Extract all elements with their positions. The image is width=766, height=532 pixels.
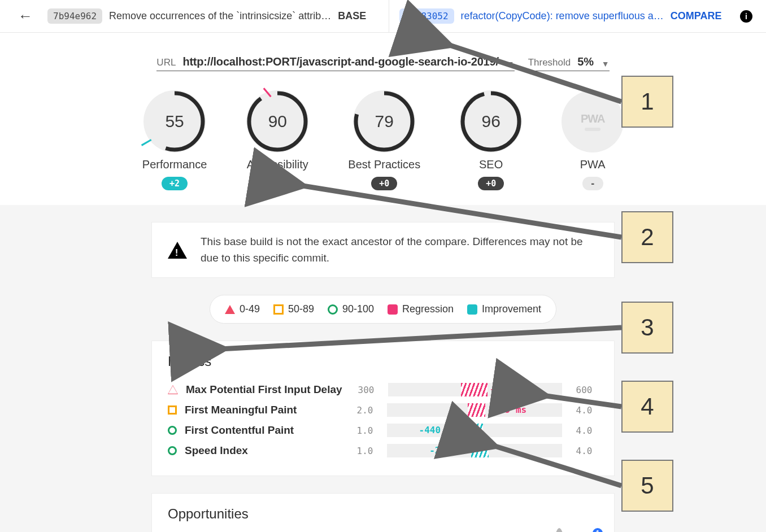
metric-delta-segment	[460, 424, 483, 437]
gauge-delta-badge: +0	[371, 177, 397, 190]
metric-delta-segment	[461, 383, 487, 396]
gauge-delta-badge: -	[582, 177, 603, 190]
metric-bar: -440 ms	[387, 424, 562, 437]
square-icon	[168, 405, 177, 415]
threshold-label: Threshold	[528, 57, 571, 68]
svg-point-1	[249, 93, 306, 150]
triangle-icon	[168, 385, 178, 394]
improvement-swatch	[467, 304, 477, 315]
metric-delta-segment	[468, 403, 485, 417]
legend-0-49: 0-49	[225, 303, 260, 315]
metric-row[interactable]: First Contentful Paint1.0-440 ms4.0	[168, 420, 598, 441]
header-divider	[389, 0, 389, 32]
base-commit-message: Remove occurrences of the `intrinsicsize…	[109, 10, 331, 22]
threshold-value: 5%	[577, 55, 594, 68]
metric-row[interactable]: Max Potential First Input Delay300+56 ms…	[168, 380, 598, 400]
legend-regression: Regression	[388, 303, 454, 315]
opportunities-card: Opportunities Eliminate render-blocking …	[151, 493, 615, 532]
metric-delta-segment	[471, 444, 489, 457]
gauge-delta-badge: +0	[478, 177, 504, 190]
gauge-performance[interactable]: 55┃Performance+2	[142, 90, 207, 190]
controls-row: URL http://localhost:PORT/javascript-and…	[0, 33, 766, 76]
metric-name: Max Potential First Input Delay	[186, 383, 344, 396]
metrics-title: Metrics	[168, 354, 598, 369]
square-icon	[273, 304, 284, 315]
metric-low: 300	[352, 385, 380, 395]
comparison-panel: This base build is not the exact ancesto…	[0, 205, 766, 532]
triangle-icon	[225, 305, 235, 314]
metric-delta-label: -271 ms	[429, 445, 467, 456]
metric-bar: +209 ms	[387, 403, 562, 417]
metric-row[interactable]: Speed Index1.0-271 ms4.0	[168, 441, 598, 461]
compare-commit-hash: 2f783052	[399, 8, 454, 24]
badge-count: 2	[554, 528, 564, 532]
metric-high: 4.0	[570, 446, 598, 456]
metric-name: Speed Index	[185, 444, 343, 457]
metrics-card: Metrics Max Potential First Input Delay3…	[151, 341, 615, 476]
compare-tag: COMPARE	[671, 10, 722, 22]
metric-name: First Contentful Paint	[185, 424, 343, 437]
score-legend: 0-49 50-89 90-100 Regression Improvement	[210, 295, 556, 324]
metric-low: 1.0	[351, 446, 379, 456]
base-tag: BASE	[338, 10, 366, 22]
metric-high: 4.0	[570, 405, 598, 416]
gauge-best-practices[interactable]: 79Best Practices+0	[348, 90, 420, 190]
svg-point-3	[463, 93, 519, 150]
url-value: http://localhost:PORT/javascript-and-goo…	[182, 55, 498, 68]
metric-high: 4.0	[570, 425, 598, 436]
opportunities-title: Opportunities	[168, 506, 598, 522]
gauge-accessibility[interactable]: 90┃Accessibility-8	[246, 90, 308, 190]
metric-low: 2.0	[351, 405, 379, 416]
threshold-selector[interactable]: Threshold 5% ▼	[528, 55, 610, 71]
metric-delta-label: +209 ms	[489, 404, 526, 415]
chevron-down-icon: ▼	[602, 59, 610, 68]
legend-improvement: Improvement	[467, 303, 541, 315]
gauge-pwa[interactable]: PWAPWA-	[562, 90, 624, 190]
compare-header: ← 7b94e962 Remove occurrences of the `in…	[0, 0, 766, 33]
back-button[interactable]: ←	[14, 5, 37, 27]
chevron-down-icon: ▼	[507, 59, 515, 68]
ancestor-warning: This base build is not the exact ancesto…	[151, 222, 615, 278]
badge-count: 1	[593, 528, 603, 532]
metric-delta-label: -440 ms	[419, 425, 457, 435]
gauge-delta-badge: +2	[162, 177, 188, 190]
regression-swatch	[388, 304, 398, 315]
info-button[interactable]: i	[740, 10, 752, 23]
compare-commit-block[interactable]: 2f783052 refactor(CopyCode): remove supe…	[399, 8, 730, 24]
gauge-seo[interactable]: 96SEO+0	[460, 90, 522, 190]
warning-icon	[168, 242, 187, 259]
legend-90-100: 90-100	[328, 303, 374, 315]
warning-text: This base build is not the exact ancesto…	[201, 234, 598, 266]
gauge-score: PWA	[562, 90, 624, 152]
svg-point-0	[146, 93, 203, 150]
url-selector[interactable]: URL http://localhost:PORT/javascript-and…	[156, 55, 514, 71]
gauge-label: Best Practices	[348, 158, 420, 171]
circle-icon	[168, 426, 177, 435]
gauge-label: Performance	[142, 158, 207, 171]
base-commit-hash: 7b94e962	[47, 8, 102, 24]
base-commit-block[interactable]: 7b94e962 Remove occurrences of the `intr…	[47, 8, 378, 24]
metric-row[interactable]: First Meaningful Paint2.0+209 ms4.0	[168, 400, 598, 420]
compare-commit-message: refactor(CopyCode): remove superfluous a…	[461, 10, 664, 22]
metric-high: 600	[570, 385, 598, 395]
gauge-label: SEO	[479, 158, 503, 171]
legend-50-89: 50-89	[273, 303, 314, 315]
metric-delta-label: +56 ms	[491, 384, 524, 395]
svg-point-2	[356, 93, 412, 150]
metric-name: First Meaningful Paint	[185, 404, 343, 416]
circle-icon	[168, 446, 177, 455]
metric-low: 1.0	[351, 425, 379, 436]
url-label: URL	[156, 57, 176, 68]
metric-bar: -271 ms	[387, 444, 562, 457]
gauge-label: PWA	[580, 158, 606, 171]
score-gauges-row: 55┃Performance+290┃Accessibility-879Best…	[0, 76, 766, 205]
gauge-label: Accessibility	[247, 158, 308, 171]
gauge-delta-badge: -8	[264, 177, 290, 190]
circle-icon	[328, 304, 338, 315]
metric-bar: +56 ms	[388, 383, 562, 396]
